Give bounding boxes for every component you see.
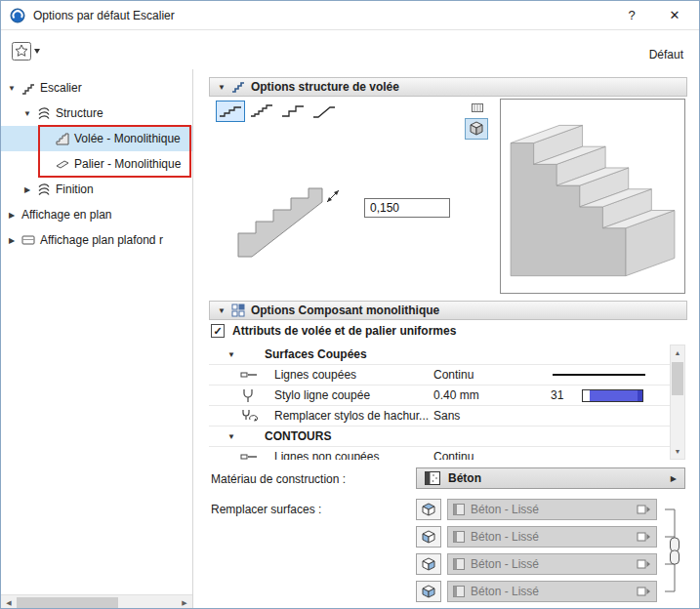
table-row[interactable]: Stylo ligne coupée 0.40 mm 31 [209, 386, 670, 406]
flight-section-diagram [232, 186, 359, 268]
row-label: Lignes coupées [274, 368, 356, 382]
table-row[interactable]: Lignes non coupées Continu [209, 447, 670, 460]
component-grid-icon [231, 304, 245, 317]
table-row[interactable]: Remplacer stylos de hachur... Sans [209, 406, 670, 426]
uniform-attributes-label: Attributs de volée et de palier uniforme… [232, 324, 456, 338]
row-value[interactable]: Continu [433, 450, 474, 460]
stair-3d-render [502, 101, 683, 292]
tree-collapse-icon[interactable]: ▶ [7, 211, 17, 220]
surface-override-dropdown[interactable]: Béton - Lissé [447, 553, 657, 575]
surface-override-dropdown[interactable]: Béton - Lissé [447, 499, 657, 520]
surface-override-dropdown[interactable]: Béton - Lissé [447, 526, 657, 548]
surface-face-right-button[interactable] [416, 553, 441, 575]
close-button[interactable]: ✕ [658, 1, 691, 29]
line-style-sample [553, 374, 645, 376]
scroll-up-icon[interactable]: ▲ [671, 345, 684, 360]
panel-collapse-icon[interactable]: ▼ [218, 83, 226, 92]
pen-icon [240, 387, 256, 403]
section-collapse-icon[interactable]: ▼ [227, 350, 235, 359]
favorites-button[interactable] [11, 38, 50, 65]
monolithic-panel-header[interactable]: ▼ Options Composant monolithique [209, 301, 687, 320]
sidebar-divider [192, 69, 193, 609]
tree-collapse-icon[interactable]: ▶ [7, 236, 17, 245]
tree-item-label: Affichage en plan [21, 208, 112, 222]
sidebar-item-structure[interactable]: ▼ Structure [1, 101, 192, 126]
segment-type-2-button[interactable] [247, 101, 276, 122]
building-material-value: Béton [448, 471, 663, 485]
row-label: Stylo ligne coupée [274, 388, 370, 402]
surface-picker-icon[interactable] [637, 531, 651, 543]
surface-picker-icon[interactable] [637, 558, 651, 570]
surface-link-toggle[interactable] [661, 499, 684, 604]
row-value[interactable]: Sans [433, 409, 460, 423]
panel-title: Options structure de volée [251, 80, 399, 94]
chain-link-icon [661, 499, 684, 604]
surface-picker-icon[interactable] [637, 586, 651, 597]
finish-icon [37, 183, 51, 196]
sidebar-item-affichage-plafond[interactable]: ▶ Affichage plan plafond r [1, 227, 192, 253]
tree-item-label: Escalier [40, 81, 82, 95]
surface-face-top-button[interactable] [416, 499, 441, 520]
segment-type-3-button[interactable] [278, 101, 308, 122]
surface-override-value: Béton - Lissé [471, 503, 631, 516]
riser-height-input[interactable] [364, 198, 450, 218]
segment-type-stepped-button[interactable] [216, 101, 245, 122]
uniform-attributes-checkbox[interactable]: ✓ [211, 324, 225, 338]
line-type-icon [240, 368, 258, 382]
segment-type-4-button[interactable] [309, 101, 339, 122]
row-label: Lignes non coupées [274, 450, 379, 460]
surface-face-left-button[interactable] [416, 526, 441, 548]
tree-collapse-icon[interactable]: ▶ [22, 185, 32, 194]
section-label: Surfaces Coupées [265, 347, 367, 361]
cube-3d-icon [469, 121, 484, 137]
tree-item-label: Palier - Monolithique [74, 157, 181, 171]
window-title: Options par défaut Escalier [33, 9, 175, 22]
replace-pen-icon [240, 408, 258, 424]
cut-surfaces-table: ▼ Surfaces Coupées Lignes coupées Contin… [209, 345, 670, 460]
sidebar-item-affichage-en-plan[interactable]: ▶ Affichage en plan [1, 202, 192, 227]
3d-preview-toggle[interactable] [465, 118, 488, 140]
row-value[interactable]: Continu [433, 368, 474, 382]
stair-3d-preview [500, 99, 685, 294]
table-scrollbar[interactable]: ▲ ▼ [670, 345, 685, 460]
tree-expand-icon[interactable]: ▼ [22, 109, 32, 118]
pen-number: 31 [551, 388, 563, 402]
flight-icon [56, 132, 69, 145]
scrollbar-thumb[interactable] [672, 362, 683, 395]
plan-preview-toggle[interactable] [468, 99, 487, 116]
pen-color-swatch[interactable] [582, 389, 643, 402]
app-icon [10, 8, 25, 23]
default-state-label: Défaut [649, 48, 683, 61]
table-row[interactable]: Lignes coupées Continu [209, 365, 670, 386]
dropdown-arrow-icon: ▶ [671, 474, 677, 483]
sidebar-item-volee-monolithique[interactable]: Volée - Monolithique [1, 126, 192, 151]
section-collapse-icon[interactable]: ▼ [227, 432, 235, 441]
help-button[interactable]: ? [615, 1, 648, 29]
tree-item-label: Volée - Monolithique [74, 132, 181, 145]
surface-face-bottom-button[interactable] [416, 581, 441, 602]
ceiling-plan-icon [21, 234, 35, 246]
building-material-dropdown[interactable]: Béton ▶ [416, 467, 685, 489]
building-material-label: Matériau de construction : [211, 472, 346, 486]
surface-chip-icon [453, 558, 465, 570]
sidebar-item-finition[interactable]: ▶ Finition [1, 177, 192, 202]
panel-title: Options Composant monolithique [251, 304, 439, 317]
surface-override-dropdown[interactable]: Béton - Lissé [447, 581, 657, 602]
scrollbar-thumb[interactable] [17, 597, 118, 609]
scroll-right-icon[interactable]: ▶ [177, 595, 192, 609]
sidebar-item-palier-monolithique[interactable]: Palier - Monolithique [1, 151, 192, 177]
tree-expand-icon[interactable]: ▼ [7, 84, 17, 93]
flight-structure-panel-header[interactable]: ▼ Options structure de volée [209, 77, 687, 97]
row-value[interactable]: 0.40 mm [433, 388, 479, 402]
scroll-left-icon[interactable]: ◀ [1, 595, 17, 609]
sidebar-horizontal-scrollbar[interactable]: ◀ ▶ [1, 594, 192, 609]
sidebar-item-escalier[interactable]: ▼ Escalier [1, 75, 192, 101]
scroll-down-icon[interactable]: ▼ [671, 444, 684, 459]
table-section-row[interactable]: ▼ CONTOURS [209, 426, 670, 447]
panel-collapse-icon[interactable]: ▼ [218, 306, 226, 315]
surface-picker-icon[interactable] [637, 504, 651, 515]
tree-item-label: Finition [56, 183, 94, 196]
favorites-star-icon [11, 40, 44, 63]
section-label: CONTOURS [265, 429, 331, 443]
table-section-row[interactable]: ▼ Surfaces Coupées [209, 345, 670, 365]
